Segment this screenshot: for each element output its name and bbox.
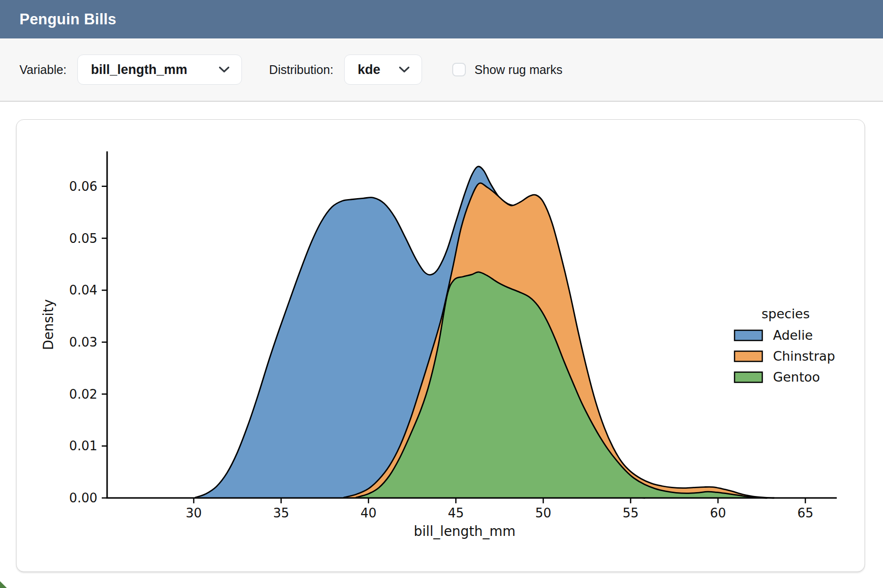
y-axis-title: Density — [40, 299, 56, 350]
y-tick-label: 0.03 — [69, 335, 97, 349]
legend-label-chinstrap: Chinstrap — [773, 349, 835, 364]
distribution-select-value: kde — [358, 62, 381, 77]
x-tick-label: 55 — [623, 506, 639, 520]
x-axis-title: bill_length_mm — [414, 523, 515, 539]
plot-card: 30354045505560650.000.010.020.030.040.05… — [16, 119, 865, 572]
x-tick-label: 35 — [273, 506, 289, 520]
y-tick-label: 0.02 — [69, 387, 97, 402]
variable-label: Variable: — [19, 63, 67, 77]
legend-title: species — [762, 306, 810, 321]
page-title: Penguin Bills — [19, 11, 116, 28]
chevron-down-icon — [219, 66, 230, 73]
x-tick-label: 65 — [797, 506, 813, 520]
y-tick-label: 0.04 — [69, 283, 97, 297]
y-tick-label: 0.05 — [69, 231, 97, 246]
controls-bar: Variable: bill_length_mm Distribution: k… — [0, 38, 883, 102]
distribution-select[interactable]: kde — [344, 55, 422, 85]
x-tick-label: 60 — [710, 506, 726, 520]
distribution-label: Distribution: — [269, 63, 333, 77]
chevron-down-icon — [399, 66, 410, 73]
kde-density-chart: 30354045505560650.000.010.020.030.040.05… — [17, 120, 864, 571]
y-tick-label: 0.06 — [69, 179, 97, 194]
y-tick-label: 0.00 — [69, 491, 97, 505]
x-tick-label: 45 — [448, 506, 464, 520]
variable-select[interactable]: bill_length_mm — [77, 55, 242, 85]
y-tick-label: 0.01 — [69, 439, 97, 453]
rug-checkbox[interactable] — [452, 63, 466, 76]
legend-swatch-chinstrap — [735, 351, 762, 362]
x-tick-label: 50 — [535, 506, 551, 520]
legend-label-adelie: Adelie — [773, 328, 813, 343]
rug-checkbox-label: Show rug marks — [475, 63, 563, 77]
legend-label-gentoo: Gentoo — [773, 369, 820, 385]
legend-swatch-adelie — [735, 331, 762, 341]
variable-select-value: bill_length_mm — [91, 62, 187, 77]
legend-swatch-gentoo — [735, 372, 762, 383]
corner-decoration — [0, 581, 7, 588]
app-header: Penguin Bills — [0, 0, 883, 38]
x-tick-label: 30 — [185, 506, 202, 520]
x-tick-label: 40 — [360, 506, 376, 520]
